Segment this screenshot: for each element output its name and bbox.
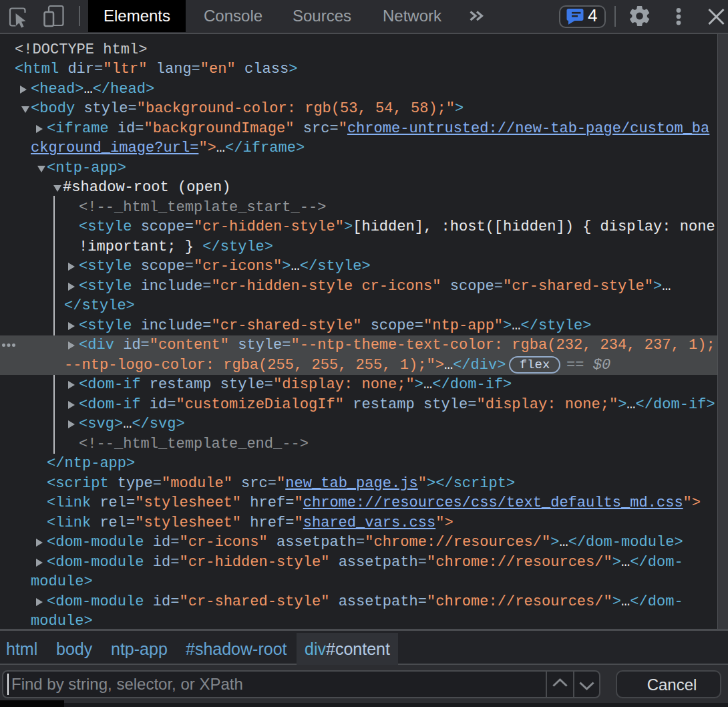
svg-text:4: 4 <box>588 5 597 25</box>
